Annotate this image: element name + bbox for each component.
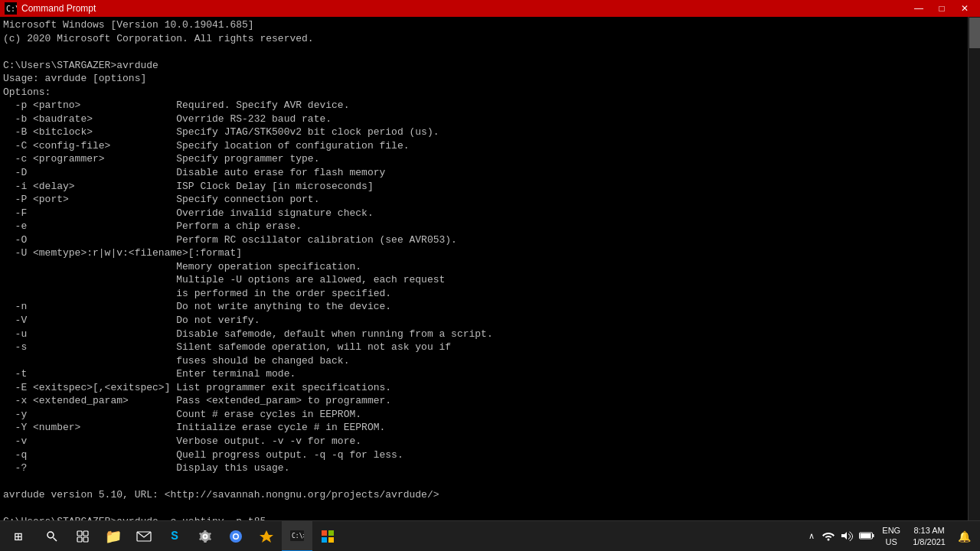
taskbar-task-view[interactable]	[67, 521, 98, 552]
clock-date: 1/8/2021	[913, 536, 946, 547]
terminal-line: -b <baudrate> Override RS-232 baud rate.	[3, 112, 965, 126]
terminal-line: -Y <number> Initialize erase cycle # in …	[3, 421, 965, 435]
start-button[interactable]: ⊞	[0, 521, 37, 552]
titlebar-left: C:\ Command Prompt	[5, 2, 96, 15]
terminal-line: -q Quell progress output. -q -q for less…	[3, 448, 965, 462]
terminal-line	[3, 502, 965, 516]
svg-point-11	[234, 534, 238, 538]
taskbar-right: ∧ ENG US 8:13	[805, 525, 980, 547]
taskbar-app5[interactable]	[251, 521, 282, 552]
taskbar-skype[interactable]: S	[159, 521, 190, 552]
taskbar-settings[interactable]	[190, 521, 220, 552]
svg-line-3	[54, 537, 57, 541]
terminal-line: -n Do not write anything to the device.	[3, 300, 965, 314]
terminal-line: -C <config-file> Specify location of con…	[3, 139, 965, 153]
terminal-line: Usage: avrdude [options]	[3, 72, 965, 86]
terminal-content: Microsoft Windows [Version 10.0.19041.68…	[0, 17, 968, 520]
terminal-line: -B <bitclock> Specify JTAG/STK500v2 bit …	[3, 126, 965, 139]
svg-rect-15	[322, 530, 327, 536]
svg-marker-20	[841, 532, 847, 540]
terminal-line: -t Enter terminal mode.	[3, 367, 965, 381]
svg-marker-12	[260, 530, 273, 543]
clock[interactable]: 8:13 AM 1/8/2021	[906, 525, 952, 547]
svg-rect-4	[77, 531, 82, 536]
terminal-line: -i <delay> ISP Clock Delay [in microseco…	[3, 180, 965, 194]
terminal-line: -D Disable auto erase for flash memory	[3, 166, 965, 180]
svg-rect-22	[873, 534, 874, 537]
terminal-viewport: Microsoft Windows [Version 10.0.19041.68…	[0, 17, 968, 520]
terminal-line: fuses should be changed back.	[3, 354, 965, 368]
terminal-line: C:\Users\STARGAZER>avrdude	[3, 59, 965, 73]
terminal-line: Memory operation specification.	[3, 260, 965, 274]
terminal-line: -E <exitspec>[,<exitspec>] List programm…	[3, 381, 965, 395]
taskbar-file-explorer[interactable]: 📁	[98, 521, 129, 552]
maximize-button[interactable]: □	[931, 2, 952, 15]
tray-chevron[interactable]: ∧	[805, 531, 818, 541]
terminal-line: is performed in the order specified.	[3, 287, 965, 301]
scrollbar-thumb[interactable]	[969, 18, 980, 48]
taskbar-cmd[interactable]: C:\>	[282, 521, 312, 552]
taskbar-app6[interactable]	[312, 521, 343, 552]
lang-top: ENG	[882, 525, 900, 536]
taskbar-chrome[interactable]	[220, 521, 251, 552]
terminal-line	[3, 45, 965, 59]
scrollbar[interactable]	[968, 17, 980, 520]
terminal-line: -c <programmer> Specify programmer type.	[3, 152, 965, 166]
close-button[interactable]: ✕	[954, 2, 975, 15]
window-controls: — □ ✕	[908, 2, 975, 15]
terminal-line: Options:	[3, 86, 965, 99]
terminal-line: Multiple -U options are allowed, each re…	[3, 273, 965, 287]
terminal-line	[3, 475, 965, 489]
svg-rect-18	[328, 537, 334, 543]
terminal-line: -e Perform a chip erase.	[3, 220, 965, 233]
lang-bot: US	[886, 536, 897, 547]
terminal-line: avrdude version 5.10, URL: <http://savan…	[3, 488, 965, 502]
terminal-line: -V Do not verify.	[3, 314, 965, 328]
svg-rect-5	[83, 531, 88, 536]
svg-rect-16	[328, 530, 334, 536]
svg-rect-7	[83, 537, 88, 542]
tray-network[interactable]	[821, 530, 836, 543]
terminal-line: -y Count # erase cycles in EEPROM.	[3, 408, 965, 422]
cmd-icon: C:\	[5, 2, 17, 15]
tray-battery[interactable]	[858, 531, 876, 542]
terminal-line: (c) 2020 Microsoft Corporation. All righ…	[3, 32, 965, 46]
notification-icon[interactable]: 🔔	[955, 530, 974, 543]
minimize-button[interactable]: —	[908, 2, 929, 15]
svg-text:C:\: C:\	[6, 5, 17, 13]
clock-time: 8:13 AM	[913, 525, 944, 536]
terminal-line: -U <memtype>:r|w|v:<filename>[:format]	[3, 246, 965, 260]
taskbar-search[interactable]	[37, 521, 67, 552]
terminal-line: -O Perform RC oscillator calibration (se…	[3, 233, 965, 247]
terminal-line: C:\Users\STARGAZER>avrdude -c usbtiny -p…	[3, 515, 965, 520]
svg-rect-23	[861, 533, 871, 538]
language-indicator[interactable]: ENG US	[879, 525, 903, 547]
terminal-line: -P <port> Specify connection port.	[3, 193, 965, 207]
svg-text:C:\>: C:\>	[292, 533, 304, 540]
svg-point-2	[47, 532, 54, 538]
tray-volume[interactable]	[839, 530, 854, 543]
window-title: Command Prompt	[21, 3, 96, 14]
taskbar: ⊞ 📁 S	[0, 520, 980, 551]
taskbar-mail[interactable]	[129, 521, 159, 552]
svg-rect-17	[322, 537, 327, 543]
terminal-line: -p <partno> Required. Specify AVR device…	[3, 99, 965, 112]
terminal-line: Microsoft Windows [Version 10.0.19041.68…	[3, 18, 965, 32]
terminal-line: -F Override invalid signature check.	[3, 207, 965, 220]
terminal-line: -s Silent safemode operation, will not a…	[3, 341, 965, 354]
svg-rect-6	[77, 537, 82, 542]
terminal-line: -u Disable safemode, default when runnin…	[3, 328, 965, 341]
titlebar: C:\ Command Prompt — □ ✕	[0, 0, 980, 17]
terminal-line: -? Display this usage.	[3, 461, 965, 475]
svg-point-19	[828, 538, 830, 540]
terminal-line: -x <extended_param> Pass <extended_param…	[3, 394, 965, 408]
terminal-line: -v Verbose output. -v -v for more.	[3, 435, 965, 448]
